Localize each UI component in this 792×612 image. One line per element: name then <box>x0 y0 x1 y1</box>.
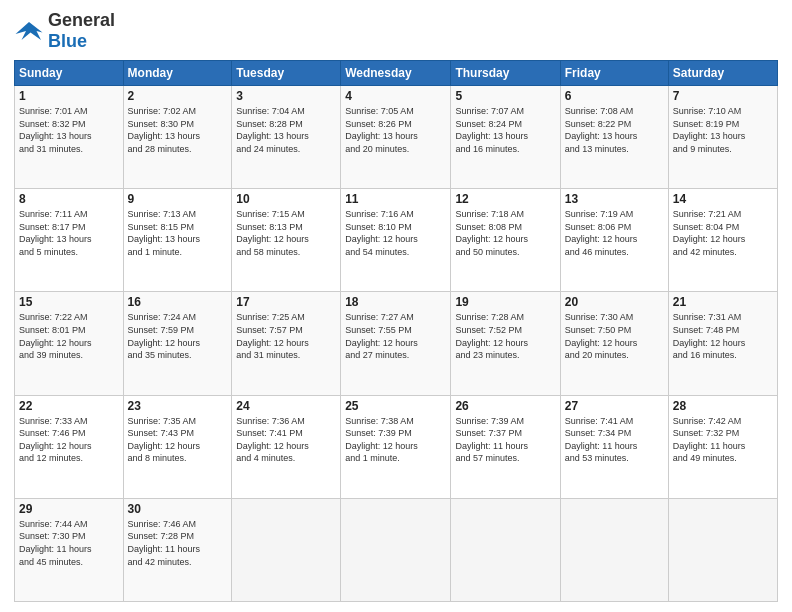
calendar-cell: 20Sunrise: 7:30 AM Sunset: 7:50 PM Dayli… <box>560 292 668 395</box>
weekday-header-wednesday: Wednesday <box>341 61 451 86</box>
calendar-body: 1Sunrise: 7:01 AM Sunset: 8:32 PM Daylig… <box>15 86 778 602</box>
calendar-cell: 4Sunrise: 7:05 AM Sunset: 8:26 PM Daylig… <box>341 86 451 189</box>
day-info: Sunrise: 7:18 AM Sunset: 8:08 PM Dayligh… <box>455 208 555 258</box>
weekday-header-friday: Friday <box>560 61 668 86</box>
day-info: Sunrise: 7:44 AM Sunset: 7:30 PM Dayligh… <box>19 518 119 568</box>
day-number: 8 <box>19 192 119 206</box>
day-info: Sunrise: 7:22 AM Sunset: 8:01 PM Dayligh… <box>19 311 119 361</box>
calendar-cell: 19Sunrise: 7:28 AM Sunset: 7:52 PM Dayli… <box>451 292 560 395</box>
day-info: Sunrise: 7:21 AM Sunset: 8:04 PM Dayligh… <box>673 208 773 258</box>
calendar-cell: 21Sunrise: 7:31 AM Sunset: 7:48 PM Dayli… <box>668 292 777 395</box>
calendar-cell: 1Sunrise: 7:01 AM Sunset: 8:32 PM Daylig… <box>15 86 124 189</box>
weekday-header-tuesday: Tuesday <box>232 61 341 86</box>
calendar-cell: 2Sunrise: 7:02 AM Sunset: 8:30 PM Daylig… <box>123 86 232 189</box>
calendar-cell: 22Sunrise: 7:33 AM Sunset: 7:46 PM Dayli… <box>15 395 124 498</box>
calendar-cell: 27Sunrise: 7:41 AM Sunset: 7:34 PM Dayli… <box>560 395 668 498</box>
calendar-cell: 28Sunrise: 7:42 AM Sunset: 7:32 PM Dayli… <box>668 395 777 498</box>
weekday-header-row: SundayMondayTuesdayWednesdayThursdayFrid… <box>15 61 778 86</box>
weekday-header-sunday: Sunday <box>15 61 124 86</box>
calendar-cell: 8Sunrise: 7:11 AM Sunset: 8:17 PM Daylig… <box>15 189 124 292</box>
day-info: Sunrise: 7:08 AM Sunset: 8:22 PM Dayligh… <box>565 105 664 155</box>
weekday-header-thursday: Thursday <box>451 61 560 86</box>
calendar-cell: 12Sunrise: 7:18 AM Sunset: 8:08 PM Dayli… <box>451 189 560 292</box>
calendar-cell: 6Sunrise: 7:08 AM Sunset: 8:22 PM Daylig… <box>560 86 668 189</box>
day-number: 17 <box>236 295 336 309</box>
day-number: 26 <box>455 399 555 413</box>
day-number: 10 <box>236 192 336 206</box>
calendar-cell: 30Sunrise: 7:46 AM Sunset: 7:28 PM Dayli… <box>123 498 232 601</box>
calendar-table: SundayMondayTuesdayWednesdayThursdayFrid… <box>14 60 778 602</box>
calendar-cell: 18Sunrise: 7:27 AM Sunset: 7:55 PM Dayli… <box>341 292 451 395</box>
day-number: 13 <box>565 192 664 206</box>
calendar-cell: 7Sunrise: 7:10 AM Sunset: 8:19 PM Daylig… <box>668 86 777 189</box>
day-info: Sunrise: 7:07 AM Sunset: 8:24 PM Dayligh… <box>455 105 555 155</box>
logo-icon <box>14 19 44 43</box>
logo-text: General Blue <box>48 10 115 52</box>
day-number: 2 <box>128 89 228 103</box>
calendar-cell: 9Sunrise: 7:13 AM Sunset: 8:15 PM Daylig… <box>123 189 232 292</box>
day-info: Sunrise: 7:31 AM Sunset: 7:48 PM Dayligh… <box>673 311 773 361</box>
day-number: 1 <box>19 89 119 103</box>
calendar-cell: 5Sunrise: 7:07 AM Sunset: 8:24 PM Daylig… <box>451 86 560 189</box>
day-number: 19 <box>455 295 555 309</box>
day-number: 12 <box>455 192 555 206</box>
day-number: 27 <box>565 399 664 413</box>
day-info: Sunrise: 7:24 AM Sunset: 7:59 PM Dayligh… <box>128 311 228 361</box>
calendar-cell: 17Sunrise: 7:25 AM Sunset: 7:57 PM Dayli… <box>232 292 341 395</box>
day-number: 9 <box>128 192 228 206</box>
week-row-1: 1Sunrise: 7:01 AM Sunset: 8:32 PM Daylig… <box>15 86 778 189</box>
day-number: 15 <box>19 295 119 309</box>
day-info: Sunrise: 7:25 AM Sunset: 7:57 PM Dayligh… <box>236 311 336 361</box>
day-info: Sunrise: 7:46 AM Sunset: 7:28 PM Dayligh… <box>128 518 228 568</box>
day-info: Sunrise: 7:28 AM Sunset: 7:52 PM Dayligh… <box>455 311 555 361</box>
day-number: 28 <box>673 399 773 413</box>
day-number: 22 <box>19 399 119 413</box>
day-info: Sunrise: 7:05 AM Sunset: 8:26 PM Dayligh… <box>345 105 446 155</box>
day-number: 30 <box>128 502 228 516</box>
day-number: 23 <box>128 399 228 413</box>
day-number: 4 <box>345 89 446 103</box>
calendar-cell <box>560 498 668 601</box>
day-info: Sunrise: 7:01 AM Sunset: 8:32 PM Dayligh… <box>19 105 119 155</box>
calendar-cell <box>451 498 560 601</box>
week-row-5: 29Sunrise: 7:44 AM Sunset: 7:30 PM Dayli… <box>15 498 778 601</box>
day-info: Sunrise: 7:42 AM Sunset: 7:32 PM Dayligh… <box>673 415 773 465</box>
day-info: Sunrise: 7:13 AM Sunset: 8:15 PM Dayligh… <box>128 208 228 258</box>
calendar-cell: 16Sunrise: 7:24 AM Sunset: 7:59 PM Dayli… <box>123 292 232 395</box>
day-info: Sunrise: 7:19 AM Sunset: 8:06 PM Dayligh… <box>565 208 664 258</box>
day-number: 29 <box>19 502 119 516</box>
calendar-cell: 26Sunrise: 7:39 AM Sunset: 7:37 PM Dayli… <box>451 395 560 498</box>
day-number: 16 <box>128 295 228 309</box>
day-number: 25 <box>345 399 446 413</box>
header: General Blue <box>14 10 778 52</box>
calendar-cell: 14Sunrise: 7:21 AM Sunset: 8:04 PM Dayli… <box>668 189 777 292</box>
day-number: 24 <box>236 399 336 413</box>
calendar-cell <box>668 498 777 601</box>
calendar-header: SundayMondayTuesdayWednesdayThursdayFrid… <box>15 61 778 86</box>
calendar-cell: 25Sunrise: 7:38 AM Sunset: 7:39 PM Dayli… <box>341 395 451 498</box>
calendar-cell: 3Sunrise: 7:04 AM Sunset: 8:28 PM Daylig… <box>232 86 341 189</box>
day-number: 18 <box>345 295 446 309</box>
day-info: Sunrise: 7:02 AM Sunset: 8:30 PM Dayligh… <box>128 105 228 155</box>
day-number: 11 <box>345 192 446 206</box>
day-info: Sunrise: 7:41 AM Sunset: 7:34 PM Dayligh… <box>565 415 664 465</box>
logo: General Blue <box>14 10 115 52</box>
day-info: Sunrise: 7:15 AM Sunset: 8:13 PM Dayligh… <box>236 208 336 258</box>
calendar-cell: 24Sunrise: 7:36 AM Sunset: 7:41 PM Dayli… <box>232 395 341 498</box>
calendar-cell: 13Sunrise: 7:19 AM Sunset: 8:06 PM Dayli… <box>560 189 668 292</box>
week-row-2: 8Sunrise: 7:11 AM Sunset: 8:17 PM Daylig… <box>15 189 778 292</box>
day-number: 14 <box>673 192 773 206</box>
calendar-cell: 23Sunrise: 7:35 AM Sunset: 7:43 PM Dayli… <box>123 395 232 498</box>
calendar-cell: 11Sunrise: 7:16 AM Sunset: 8:10 PM Dayli… <box>341 189 451 292</box>
day-info: Sunrise: 7:30 AM Sunset: 7:50 PM Dayligh… <box>565 311 664 361</box>
day-info: Sunrise: 7:16 AM Sunset: 8:10 PM Dayligh… <box>345 208 446 258</box>
day-number: 20 <box>565 295 664 309</box>
weekday-header-saturday: Saturday <box>668 61 777 86</box>
week-row-4: 22Sunrise: 7:33 AM Sunset: 7:46 PM Dayli… <box>15 395 778 498</box>
day-info: Sunrise: 7:27 AM Sunset: 7:55 PM Dayligh… <box>345 311 446 361</box>
day-info: Sunrise: 7:39 AM Sunset: 7:37 PM Dayligh… <box>455 415 555 465</box>
calendar-cell <box>341 498 451 601</box>
calendar-page: General Blue SundayMondayTuesdayWednesda… <box>0 0 792 612</box>
day-info: Sunrise: 7:36 AM Sunset: 7:41 PM Dayligh… <box>236 415 336 465</box>
day-number: 6 <box>565 89 664 103</box>
